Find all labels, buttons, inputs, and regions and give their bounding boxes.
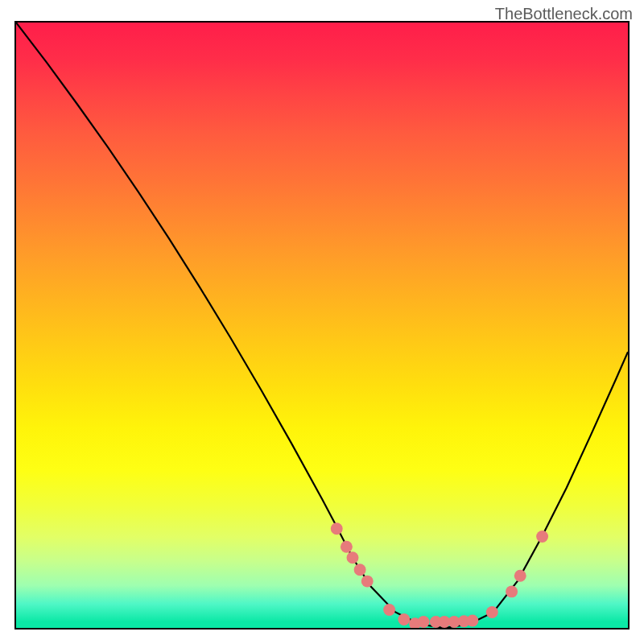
- bottleneck-curve: [16, 23, 628, 628]
- data-point: [383, 604, 395, 616]
- data-point: [341, 541, 353, 553]
- data-point: [506, 585, 518, 597]
- data-point: [347, 551, 359, 564]
- data-point: [398, 613, 410, 625]
- data-point: [466, 615, 478, 627]
- data-point: [536, 530, 548, 543]
- data-point: [354, 564, 366, 576]
- data-point: [361, 576, 374, 588]
- data-point: [331, 522, 343, 535]
- plot-area: [14, 21, 630, 630]
- data-point: [514, 570, 526, 582]
- curve-svg: [16, 23, 628, 628]
- data-point: [486, 606, 498, 618]
- data-point: [418, 616, 430, 628]
- chart-container: TheBottleneck.com: [0, 0, 644, 644]
- watermark-text: TheBottleneck.com: [495, 5, 633, 23]
